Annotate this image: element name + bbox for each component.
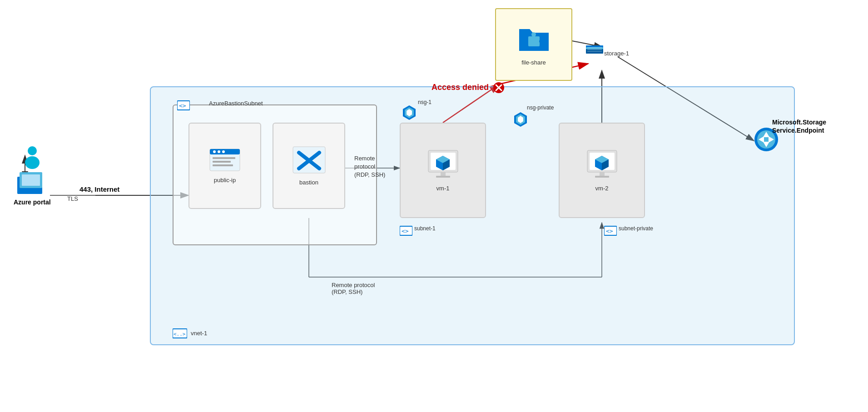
svg-point-26 (222, 150, 225, 153)
svg-text:<>: <> (402, 228, 409, 234)
svg-rect-28 (213, 161, 231, 163)
subnet-private-label: subnet-private (619, 225, 653, 232)
bastion-subnet-icon: <> (177, 99, 190, 114)
nsg-private-icon (513, 111, 528, 129)
public-ip-box: public-ip (188, 123, 261, 209)
file-share-box: file-share (495, 8, 572, 81)
svg-rect-59 (528, 36, 540, 46)
bastion-name-label: bastion (299, 179, 318, 186)
svg-point-16 (25, 156, 40, 169)
subnet1-icon: <> (400, 224, 412, 239)
svg-rect-51 (600, 172, 605, 176)
bastion-box: bastion (273, 123, 345, 209)
vm2-box: vm-2 (559, 123, 645, 218)
subnet-private-icon: <> (604, 224, 617, 239)
vm1-box: vm-1 (400, 123, 486, 218)
svg-text:<>: <> (606, 228, 613, 234)
nsg1-icon (402, 104, 417, 123)
diagram-container: Azure portal TLS 443, Internet <> AzureB… (0, 0, 868, 412)
bastion-icon (292, 146, 326, 175)
svg-point-15 (28, 146, 37, 155)
public-ip-label: public-ip (214, 177, 236, 184)
subnet1-label: subnet-1 (414, 225, 436, 232)
svg-point-25 (218, 150, 220, 153)
vm1-icon (426, 149, 460, 181)
svg-rect-45 (436, 176, 450, 178)
azure-portal: Azure portal (14, 145, 51, 206)
svg-rect-19 (22, 174, 40, 186)
svg-rect-52 (595, 176, 609, 178)
svg-rect-29 (213, 164, 233, 166)
vm1-label: vm-1 (436, 185, 450, 192)
remote-protocol-1-label: Remoteprotocol(RDP, SSH) (354, 154, 385, 179)
portal-label: Azure portal (14, 199, 51, 206)
svg-point-24 (213, 150, 216, 153)
vm2-icon (585, 149, 619, 181)
vnet1-label: vnet-1 (191, 330, 207, 337)
svg-point-61 (539, 39, 544, 44)
vnet1-icon: <..> (173, 327, 187, 342)
svg-rect-44 (441, 172, 446, 176)
connection-label: 443, Internet (79, 185, 119, 193)
storage1-label: storage-1 (604, 50, 629, 57)
svg-text:<>: <> (179, 102, 186, 109)
remote-protocol-2-label: Remote protocol(RDP, SSH) (332, 282, 375, 295)
svg-text:<..>: <..> (174, 331, 186, 337)
file-share-icon (517, 24, 551, 55)
person-icon (21, 145, 44, 170)
public-ip-icon (209, 148, 241, 173)
access-denied-label: Access denied (432, 82, 505, 94)
vm2-label: vm-2 (595, 185, 609, 192)
bastion-subnet-label: AzureBastionSubnet (209, 100, 263, 107)
file-share-label: file-share (521, 59, 546, 66)
storage1-icon (586, 45, 603, 68)
svg-rect-27 (213, 157, 235, 159)
nsg-private-label: nsg-private (527, 104, 554, 111)
portal-icon (17, 172, 47, 195)
tls-label: TLS (67, 195, 78, 202)
svg-point-60 (531, 32, 536, 37)
endpoint-label: Microsoft.Storage Service.Endpoint (772, 118, 854, 134)
nsg1-label: nsg-1 (418, 99, 432, 105)
